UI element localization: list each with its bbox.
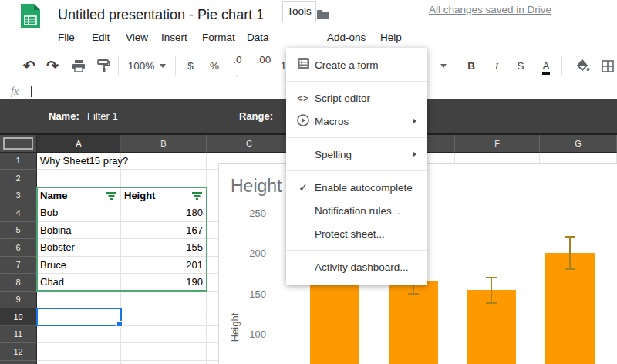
menu-item-spelling[interactable]: Spelling bbox=[286, 143, 427, 166]
row-header-1[interactable]: 1 bbox=[0, 153, 37, 170]
row-header-3[interactable]: 3 bbox=[0, 187, 37, 205]
cell-A9[interactable] bbox=[37, 292, 121, 309]
cell-A12[interactable] bbox=[37, 343, 121, 361]
menu-item-edit[interactable]: Edit bbox=[92, 32, 110, 43]
font-caret-icon[interactable] bbox=[440, 48, 447, 84]
cell-A2[interactable] bbox=[37, 170, 121, 187]
cell-text-A6: Bobster bbox=[40, 239, 75, 256]
strikethrough-button[interactable]: S bbox=[514, 48, 527, 84]
menu-item-data[interactable]: Data bbox=[247, 32, 269, 43]
row-header-9[interactable]: 9 bbox=[0, 292, 37, 309]
cell-A11[interactable] bbox=[37, 326, 121, 344]
bold-button[interactable]: B bbox=[465, 48, 477, 84]
cell-text-B6: 155 bbox=[121, 239, 203, 256]
format-currency-button[interactable]: $ bbox=[185, 48, 196, 84]
menu-item-enable-autocomplete[interactable]: ✓Enable autocomplete bbox=[286, 176, 427, 199]
menu-item-macros[interactable]: Macros bbox=[286, 110, 427, 133]
filter-name-value[interactable]: Filter 1 bbox=[87, 110, 118, 122]
decrease-decimal-button[interactable]: .0← bbox=[229, 48, 246, 84]
cell-B12[interactable] bbox=[121, 343, 207, 361]
document-title[interactable]: Untitled presentation - Pie chart 1 bbox=[58, 7, 264, 23]
row-header-6[interactable]: 6 bbox=[0, 239, 37, 257]
menu-item-label: Script editor bbox=[315, 93, 370, 104]
error-bar-Bruce bbox=[569, 237, 571, 269]
submenu-arrow-icon bbox=[413, 151, 416, 157]
chart-ytick-150: 150 bbox=[231, 288, 266, 300]
zoom-select[interactable]: 100% bbox=[126, 48, 157, 84]
row-header-2[interactable]: 2 bbox=[0, 170, 37, 187]
paint-format-icon[interactable] bbox=[93, 48, 113, 84]
menu-item-file[interactable]: File bbox=[58, 32, 75, 43]
menu-divider bbox=[286, 137, 427, 138]
redo-icon[interactable]: ↷ bbox=[44, 48, 61, 84]
fill-handle[interactable] bbox=[116, 321, 123, 327]
menu-item-format[interactable]: Format bbox=[202, 32, 235, 43]
toolbar-separator bbox=[175, 56, 176, 76]
selected-cell[interactable] bbox=[36, 308, 122, 326]
row-header-4[interactable]: 4 bbox=[0, 204, 37, 222]
menu-item-label: Macros bbox=[315, 116, 349, 127]
fx-icon: fx bbox=[11, 86, 19, 98]
error-bar-Bobster bbox=[491, 278, 492, 303]
row-header-5[interactable]: 5 bbox=[0, 222, 37, 240]
column-header-F[interactable]: F bbox=[455, 135, 540, 153]
menu-divider bbox=[286, 81, 427, 82]
cell-B13[interactable] bbox=[121, 361, 207, 364]
row-header-10[interactable]: 10 bbox=[0, 308, 37, 326]
menu-item-view[interactable]: View bbox=[126, 32, 148, 43]
menu-item-activity-dashboard[interactable]: Activity dashboard... bbox=[286, 255, 427, 278]
app-window: Untitled presentation - Pie chart 1 ☆ Fi… bbox=[0, 0, 617, 364]
cell-B11[interactable] bbox=[121, 326, 207, 344]
menu-item-script-editor[interactable]: <>Script editor bbox=[286, 86, 427, 110]
save-status-text[interactable]: All changes saved in Drive bbox=[429, 4, 551, 15]
zoom-caret-icon[interactable] bbox=[159, 48, 167, 84]
column-header-B[interactable]: B bbox=[121, 135, 207, 153]
cell-A13[interactable] bbox=[37, 361, 121, 364]
cell-B9[interactable] bbox=[121, 292, 207, 309]
menu-item-create-a-form[interactable]: Create a form bbox=[286, 53, 427, 76]
menu-item-add-ons[interactable]: Add-ons bbox=[327, 32, 366, 43]
menu-item-notification-rules[interactable]: Notification rules... bbox=[286, 199, 427, 222]
row-header-12[interactable]: 12 bbox=[0, 343, 37, 361]
increase-decimal-button[interactable]: .00→ bbox=[254, 48, 274, 84]
row-header-11[interactable]: 11 bbox=[0, 326, 37, 344]
error-bar-cap bbox=[486, 277, 497, 278]
chart-ytick-100: 100 bbox=[231, 329, 266, 340]
menu-item-label: Enable autocomplete bbox=[315, 182, 413, 194]
play-circle-icon bbox=[295, 114, 311, 129]
cell-B2[interactable] bbox=[121, 170, 207, 187]
fill-color-icon[interactable] bbox=[575, 48, 592, 84]
cell-text-B3: Height bbox=[124, 187, 155, 204]
row-header-13[interactable]: 13 bbox=[0, 361, 37, 364]
column-header-C[interactable]: C bbox=[207, 135, 292, 153]
column-header-G[interactable]: G bbox=[540, 135, 617, 153]
row-header-7[interactable]: 7 bbox=[0, 257, 37, 275]
cell-text-B4: 180 bbox=[121, 204, 203, 221]
italic-button[interactable]: I bbox=[491, 48, 503, 84]
select-all-corner[interactable] bbox=[0, 135, 37, 153]
menu-item-insert[interactable]: Insert bbox=[161, 32, 187, 43]
menu-item-tools-open[interactable]: Tools bbox=[282, 1, 316, 22]
cell-text-B5: 167 bbox=[121, 222, 203, 239]
code-icon: <> bbox=[295, 93, 311, 104]
borders-icon[interactable] bbox=[599, 48, 616, 84]
cell-B1[interactable] bbox=[121, 153, 207, 170]
toolbar-separator bbox=[561, 56, 562, 76]
menu-item-protect-sheet[interactable]: Protect sheet... bbox=[286, 222, 427, 245]
cell-text-A1: Why Sheet15 pray? bbox=[40, 153, 128, 170]
column-header-A[interactable]: A bbox=[37, 135, 121, 153]
text-cursor bbox=[31, 86, 32, 97]
cell-B10[interactable] bbox=[121, 308, 207, 326]
print-icon[interactable] bbox=[69, 48, 89, 84]
filter-icon-B3[interactable] bbox=[192, 192, 202, 201]
text-color-button[interactable]: A bbox=[540, 48, 552, 84]
undo-icon[interactable]: ↶ bbox=[21, 48, 38, 84]
row-header-8[interactable]: 8 bbox=[0, 274, 37, 292]
folder-icon[interactable] bbox=[316, 9, 329, 20]
cell-text-B8: 190 bbox=[121, 274, 203, 291]
filter-icon-A3[interactable] bbox=[106, 192, 116, 201]
menu-item-help[interactable]: Help bbox=[380, 32, 402, 43]
toolbar-separator bbox=[118, 56, 119, 76]
chart-title: Height bbox=[231, 176, 282, 197]
format-percent-button[interactable]: % bbox=[209, 48, 220, 84]
